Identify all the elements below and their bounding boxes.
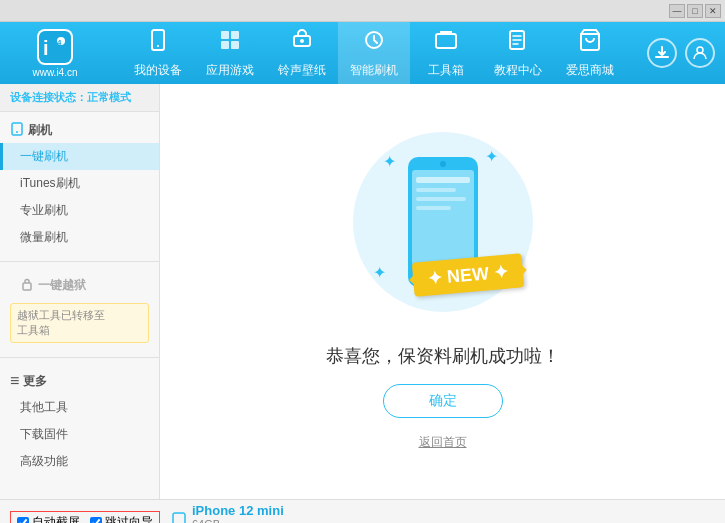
device-details: iPhone 12 mini 64GB Down-12mini-13.1 [192, 503, 284, 523]
skip-wizard-checkbox[interactable]: 跳过向导 [90, 514, 153, 523]
checkbox-group: 自动截屏 跳过向导 [10, 511, 160, 523]
device-status-label: 设备连接状态： [10, 91, 87, 103]
sidebar-item-itunes[interactable]: iTunes刷机 [0, 170, 159, 197]
nav-item-mydevice-label: 我的设备 [134, 62, 182, 79]
success-title: 恭喜您，保资料刷机成功啦！ [326, 344, 560, 368]
svg-rect-13 [436, 34, 456, 48]
flash-icon [362, 28, 386, 58]
sidebar: 设备连接状态：正常模式 刷机 一键刷机 iTunes刷机 专业刷机 [0, 84, 160, 499]
svg-rect-6 [221, 31, 229, 39]
titlebar: — □ ✕ [0, 0, 725, 22]
nav-item-tutorial[interactable]: 教程中心 [482, 22, 554, 84]
device-storage: 64GB [192, 518, 284, 523]
nav-item-flash[interactable]: 智能刷机 [338, 22, 410, 84]
download-btn[interactable] [647, 38, 677, 68]
device-status: 设备连接状态：正常模式 [0, 84, 159, 112]
svg-rect-25 [416, 188, 456, 192]
nav-item-tutorial-label: 教程中心 [494, 62, 542, 79]
user-btn[interactable] [685, 38, 715, 68]
svg-rect-8 [221, 41, 229, 49]
svg-point-16 [697, 47, 703, 53]
sidebar-section-jailbreak-header: 一键越狱 [0, 272, 159, 299]
sidebar-item-other-tools[interactable]: 其他工具 [0, 394, 159, 421]
sidebar-item-pro[interactable]: 专业刷机 [0, 197, 159, 224]
mydevice-icon [146, 28, 170, 58]
sidebar-section-flash-header: 刷机 [0, 118, 159, 143]
device-status-value: 正常模式 [87, 91, 131, 103]
svg-point-5 [157, 45, 159, 47]
svg-rect-17 [12, 123, 22, 135]
svg-rect-26 [416, 197, 466, 201]
nav-item-tools[interactable]: 工具箱 [410, 22, 482, 84]
nav-item-ringtone[interactable]: 铃声壁纸 [266, 22, 338, 84]
tools-icon [434, 28, 458, 58]
flash-section-icon [10, 122, 24, 139]
sidebar-section-flash: 刷机 一键刷机 iTunes刷机 专业刷机 微量刷机 [0, 112, 159, 257]
nav-bar: 我的设备 应用游戏 铃声壁纸 [100, 22, 647, 84]
tutorial-icon [506, 28, 530, 58]
more-section-icon: ≡ [10, 372, 19, 390]
svg-text:i: i [43, 37, 49, 59]
nav-item-apps-label: 应用游戏 [206, 62, 254, 79]
sparkle-1: ✦ [383, 152, 396, 171]
nav-right [647, 38, 715, 68]
svg-rect-21 [412, 170, 474, 265]
bottom-info-bar: 自动截屏 跳过向导 iPhone 12 mini 64GB Down-12min… [0, 499, 725, 523]
ringtone-icon [290, 28, 314, 58]
back-home-link[interactable]: 返回首页 [419, 434, 467, 451]
confirm-button[interactable]: 确定 [383, 384, 503, 418]
svg-rect-19 [23, 283, 31, 290]
svg-point-18 [16, 131, 18, 133]
sidebar-divider-2 [0, 357, 159, 358]
svg-point-11 [300, 39, 304, 43]
sidebar-section-more: ≡ 更多 其他工具 下载固件 高级功能 [0, 362, 159, 481]
minimize-btn[interactable]: — [669, 4, 685, 18]
nav-item-shop[interactable]: 爱思商城 [554, 22, 626, 84]
svg-rect-7 [231, 31, 239, 39]
sidebar-section-more-label: 更多 [23, 373, 47, 390]
shop-icon [578, 28, 602, 58]
success-illustration: ✦ ✦ ✦ [353, 132, 533, 322]
sidebar-item-firmware[interactable]: 下载固件 [0, 421, 159, 448]
sparkle-3: ✦ [373, 263, 386, 282]
device-small-icon [172, 512, 186, 524]
device-name: iPhone 12 mini [192, 503, 284, 518]
sidebar-divider-1 [0, 261, 159, 262]
header: i 4 www.i4.cn 我的设备 [0, 22, 725, 84]
svg-text:4: 4 [57, 38, 62, 47]
phone-circle: ✦ ✦ ✦ [353, 132, 533, 312]
maximize-btn[interactable]: □ [687, 4, 703, 18]
nav-item-tools-label: 工具箱 [428, 62, 464, 79]
device-info-block: iPhone 12 mini 64GB Down-12mini-13.1 [172, 503, 284, 523]
sidebar-item-advanced[interactable]: 高级功能 [0, 448, 159, 475]
close-btn[interactable]: ✕ [705, 4, 721, 18]
svg-rect-9 [231, 41, 239, 49]
sidebar-section-more-header: ≡ 更多 [0, 368, 159, 394]
main-content: ✦ ✦ ✦ [160, 84, 725, 499]
logo-icon: i 4 [37, 29, 73, 65]
logo-area: i 4 www.i4.cn [10, 29, 100, 78]
nav-item-mydevice[interactable]: 我的设备 [122, 22, 194, 84]
sidebar-section-flash-label: 刷机 [28, 122, 52, 139]
sidebar-item-micro[interactable]: 微量刷机 [0, 224, 159, 251]
nav-item-shop-label: 爱思商城 [566, 62, 614, 79]
lock-icon [20, 277, 34, 294]
svg-point-23 [440, 161, 446, 167]
nav-item-ringtone-label: 铃声壁纸 [278, 62, 326, 79]
logo-subtext: www.i4.cn [32, 67, 77, 78]
svg-rect-24 [416, 177, 470, 183]
sidebar-section-jailbreak: 一键越狱 越狱工具已转移至工具箱 [0, 266, 159, 353]
apps-icon [218, 28, 242, 58]
svg-rect-27 [416, 206, 451, 210]
skip-wizard-input[interactable] [90, 517, 102, 524]
nav-item-apps[interactable]: 应用游戏 [194, 22, 266, 84]
nav-item-flash-label: 智能刷机 [350, 62, 398, 79]
sidebar-item-onekey[interactable]: 一键刷机 [0, 143, 159, 170]
auto-screenshot-checkbox[interactable]: 自动截屏 [17, 514, 80, 523]
svg-rect-28 [173, 513, 185, 524]
sidebar-jailbreak-notice: 越狱工具已转移至工具箱 [10, 303, 149, 343]
main-area: 设备连接状态：正常模式 刷机 一键刷机 iTunes刷机 专业刷机 [0, 84, 725, 499]
auto-screenshot-input[interactable] [17, 517, 29, 524]
